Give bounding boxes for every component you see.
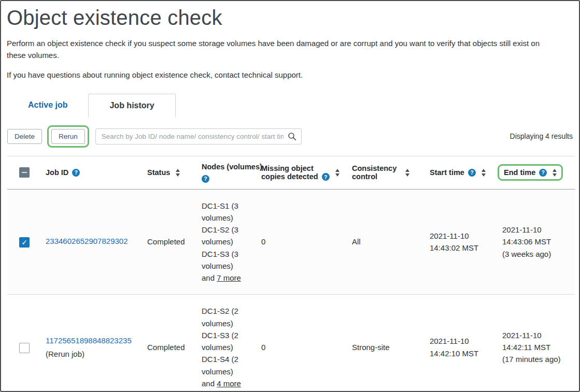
missing-copies-cell: 0 — [257, 295, 348, 392]
node-item: DC1-S1 (3 volumes) — [202, 200, 253, 224]
sort-icon[interactable] — [553, 169, 557, 177]
header-missing-label: Missing object copies detected — [261, 164, 318, 181]
page-title: Object existence check — [7, 6, 579, 30]
more-nodes-link[interactable]: 7 more — [217, 273, 241, 282]
end-time-ago: (3 weeks ago) — [502, 248, 571, 260]
node-item: DC1-S4 (2 volumes) — [202, 353, 253, 378]
help-icon[interactable] — [539, 169, 547, 177]
search-icon[interactable] — [287, 132, 301, 141]
sort-icon[interactable] — [335, 169, 339, 177]
header-job-id: Job ID — [41, 156, 143, 189]
rerun-button[interactable]: Rerun — [51, 129, 85, 144]
tab-job-history[interactable]: Job history — [88, 94, 175, 117]
tab-active-job[interactable]: Active job — [7, 94, 88, 117]
sort-icon[interactable] — [176, 169, 180, 177]
page-description-1: Perform an object existence check if you… — [7, 38, 558, 61]
header-start-time-label: Start time — [430, 168, 464, 177]
node-item: DC1-S3 (2 volumes) — [202, 329, 253, 354]
node-item: DC1-S2 (2 volumes) — [202, 305, 253, 329]
row-checkbox[interactable] — [19, 237, 30, 248]
sort-icon[interactable] — [482, 169, 486, 177]
start-time-cell: 2021-11-10 14:43:02 MST — [426, 189, 498, 295]
search-box — [95, 128, 302, 144]
missing-copies-cell: 0 — [257, 189, 348, 295]
job-history-table: Job ID Status Nodes (volumes) — [7, 156, 575, 392]
nodes-cell: DC1-S2 (2 volumes) DC1-S3 (2 volumes) DC… — [197, 295, 257, 392]
header-missing: Missing object copies detected — [257, 156, 348, 189]
end-time-cell: 2021-11-10 14:43:06 MST (3 weeks ago) — [498, 189, 575, 295]
consistency-cell: Strong-site — [348, 295, 426, 392]
help-icon[interactable] — [322, 173, 330, 181]
page: Object existence check Perform an object… — [0, 0, 580, 392]
end-time-value: 2021-11-10 14:43:06 MST — [502, 224, 571, 248]
node-item: DC1-S3 (3 volumes) — [202, 248, 253, 272]
header-end-time-label: End time — [504, 168, 535, 177]
end-time-ago: (17 minutes ago) — [502, 353, 571, 365]
tab-bar: Active job Job history — [7, 94, 579, 117]
annotation-rerun-highlight: Rerun — [47, 125, 89, 148]
results-count: Displaying 4 results — [510, 132, 573, 140]
nodes-and-label: and — [202, 379, 215, 388]
row-checkbox[interactable] — [19, 343, 30, 353]
job-id-link[interactable]: 2334602652907829302 — [46, 237, 128, 245]
header-nodes: Nodes (volumes) — [197, 156, 257, 189]
select-all-checkbox[interactable] — [19, 167, 30, 178]
search-input[interactable] — [96, 133, 287, 140]
header-job-id-label: Job ID — [46, 168, 68, 177]
help-icon[interactable] — [202, 175, 209, 183]
header-status: Status — [143, 156, 197, 189]
header-consistency-label: Consistency control — [352, 164, 400, 181]
more-nodes-link[interactable]: 4 more — [217, 379, 241, 388]
end-time-value: 2021-11-10 14:42:11 MST — [502, 329, 571, 354]
delete-button[interactable]: Delete — [7, 129, 42, 144]
consistency-cell: All — [348, 189, 426, 295]
page-description-2: If you have questions about running obje… — [7, 69, 558, 81]
table-row: 11725651898848823235 (Rerun job) Complet… — [7, 295, 575, 392]
table-header-row: Job ID Status Nodes (volumes) — [7, 156, 575, 189]
nodes-cell: DC1-S1 (3 volumes) DC1-S2 (3 volumes) DC… — [197, 189, 257, 295]
end-time-cell: 2021-11-10 14:42:11 MST (17 minutes ago) — [498, 295, 575, 392]
annotation-end-time-highlight: End time — [498, 164, 563, 181]
header-nodes-label: Nodes (volumes) — [202, 163, 253, 171]
status-cell: Completed — [143, 295, 197, 392]
nodes-and-label: and — [202, 273, 215, 282]
row-select-cell — [7, 295, 41, 392]
job-id-link[interactable]: 11725651898848823235 — [46, 336, 132, 345]
help-icon[interactable] — [72, 169, 80, 177]
toolbar: Delete Rerun Displaying 4 results — [7, 125, 573, 148]
row-select-cell — [7, 189, 41, 295]
header-status-label: Status — [147, 168, 170, 177]
header-end-time: End time — [498, 156, 575, 189]
node-item: DC1-S2 (3 volumes) — [202, 224, 253, 248]
header-start-time: Start time — [426, 156, 498, 189]
header-select — [7, 156, 41, 189]
job-id-cell: 11725651898848823235 (Rerun job) — [41, 295, 143, 392]
status-cell: Completed — [143, 189, 197, 295]
header-consistency: Consistency control — [348, 156, 426, 189]
help-icon[interactable] — [468, 169, 476, 177]
start-time-cell: 2021-11-10 14:42:10 MST — [426, 295, 498, 392]
job-id-cell: 2334602652907829302 — [41, 189, 143, 295]
job-note: (Rerun job) — [46, 348, 139, 360]
sort-icon[interactable] — [405, 169, 409, 177]
table-row: 2334602652907829302 Completed DC1-S1 (3 … — [7, 189, 575, 295]
